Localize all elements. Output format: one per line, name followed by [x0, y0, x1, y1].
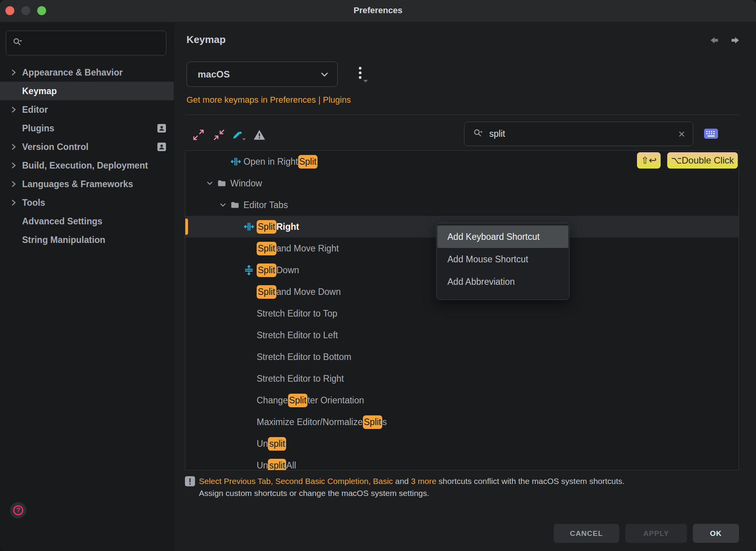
icon-spacer	[243, 286, 257, 297]
icon-spacer	[243, 417, 257, 427]
sidebar-item-languages-frameworks[interactable]: Languages & Frameworks	[0, 175, 174, 193]
icon-spacer	[243, 330, 257, 341]
sidebar-item-tools[interactable]: Tools	[0, 193, 174, 212]
selected-row-accent-bar	[185, 219, 188, 235]
window-title: Preferences	[0, 5, 756, 15]
keyboard-filter-icon[interactable]	[704, 127, 718, 141]
keymap-selector-value: macOS	[198, 69, 230, 80]
action-label-text: Stretch Editor to Top	[257, 308, 337, 319]
search-match-highlight: Split	[257, 263, 276, 277]
search-match-highlight: Split	[298, 155, 318, 169]
action-label-text: All	[286, 460, 296, 471]
back-arrow-icon[interactable]	[708, 34, 721, 46]
expand-all-icon[interactable]	[191, 127, 206, 143]
apply-button[interactable]: APPLY	[625, 524, 687, 543]
chevron-right-icon	[9, 68, 22, 77]
tree-row-change-splitter-orientation[interactable]: Change Splitter Orientation	[185, 389, 739, 411]
search-icon	[12, 36, 23, 50]
sidebar-item-label: Build, Execution, Deployment	[22, 160, 148, 171]
tree-row-stretch-editor-to-top[interactable]: Stretch Editor to Top	[185, 303, 739, 324]
conflict-action-link[interactable]: 3 more	[411, 477, 436, 486]
get-more-keymaps-link[interactable]: Get more keymaps in Preferences | Plugin…	[186, 95, 351, 105]
sidebar-item-advanced-settings[interactable]: Advanced Settings	[0, 212, 174, 231]
sidebar-item-keymap[interactable]: Keymap	[0, 82, 174, 100]
tree-row-stretch-editor-to-right[interactable]: Stretch Editor to Right	[185, 368, 739, 389]
menu-item-add-mouse-shortcut[interactable]: Add Mouse Shortcut	[437, 248, 568, 270]
title-bar: Preferences	[0, 0, 756, 22]
action-label-text: ter Orientation	[307, 395, 364, 406]
sidebar-item-build-execution-deployment[interactable]: Build, Execution, Deployment	[0, 156, 174, 175]
show-conflicts-warning-icon[interactable]	[252, 127, 267, 143]
chevron-down-icon[interactable]	[205, 179, 214, 188]
ok-button[interactable]: OK	[693, 524, 739, 543]
tree-row-stretch-editor-to-left[interactable]: Stretch Editor to Left	[185, 324, 739, 346]
shortcut-tree: ⇧↩⌥Double Click Open in Right SplitWindo…	[185, 150, 739, 470]
action-search-field[interactable]: ×	[464, 122, 693, 146]
chevron-down-icon[interactable]	[219, 200, 227, 210]
action-search-input[interactable]	[489, 129, 677, 139]
icon-spacer	[243, 460, 257, 470]
search-match-highlight: Split	[257, 242, 276, 255]
icon-spacer	[243, 438, 257, 449]
tree-row-open-in-right-split[interactable]: Open in Right Split	[185, 151, 739, 172]
search-match-highlight: Split	[257, 285, 276, 299]
actions-toolbar: ×	[185, 122, 739, 151]
action-label-text: Right	[276, 222, 299, 232]
conflict-warning-line2: Assign custom shortcuts or change the ma…	[199, 489, 756, 498]
clear-search-icon[interactable]: ×	[677, 128, 687, 140]
search-icon	[472, 127, 484, 141]
split-vertical-icon	[243, 221, 257, 232]
help-icon: ?	[13, 505, 23, 515]
keymap-options-kebab-button[interactable]	[353, 63, 371, 86]
menu-item-add-keyboard-shortcut[interactable]: Add Keyboard Shortcut	[437, 226, 568, 248]
tree-row-stretch-editor-to-bottom[interactable]: Stretch Editor to Bottom	[185, 346, 739, 368]
keymap-selector-dropdown[interactable]: macOS	[186, 62, 338, 87]
action-label-text: and Move Right	[276, 243, 339, 254]
tree-folder-window[interactable]: Window	[185, 172, 739, 194]
collapse-all-icon[interactable]	[211, 127, 227, 143]
sidebar-item-list: Appearance & BehaviorKeymapEditorPlugins…	[0, 63, 174, 249]
help-button[interactable]: ?	[10, 502, 26, 518]
action-label-text: Stretch Editor to Right	[257, 374, 344, 384]
icon-spacer	[243, 243, 257, 254]
chevron-right-icon	[9, 143, 22, 151]
conflict-warning-text: shortcuts conflict with the macOS system…	[436, 477, 625, 486]
chevron-right-icon	[9, 198, 22, 207]
tree-folder-label: Window	[230, 178, 262, 189]
sidebar-item-string-manipulation[interactable]: String Manipulation	[0, 231, 174, 249]
sidebar-item-label: Plugins	[22, 123, 54, 134]
split-horizontal-icon	[243, 265, 257, 276]
action-label-text: Maximize Editor/Normalize	[257, 417, 363, 427]
chevron-right-icon	[9, 161, 22, 170]
action-label-text: Stretch Editor to Bottom	[257, 352, 351, 362]
tree-row-maximize-editor-normalize-splits[interactable]: Maximize Editor/Normalize Splits	[185, 411, 739, 433]
tree-row-unsplit[interactable]: Unsplit	[185, 433, 739, 455]
sidebar-item-appearance-behavior[interactable]: Appearance & Behavior	[0, 63, 174, 82]
search-match-highlight: Split	[257, 220, 276, 234]
alert-square-icon	[185, 476, 195, 486]
plugin-update-badge-icon	[157, 124, 166, 133]
conflict-action-link[interactable]: Select Previous Tab, Second Basic Comple…	[199, 477, 393, 486]
search-match-highlight: split	[268, 459, 286, 471]
settings-sidebar: Appearance & BehaviorKeymapEditorPlugins…	[0, 23, 174, 551]
folder-icon	[217, 179, 226, 188]
cancel-button[interactable]: CANCEL	[554, 524, 619, 543]
icon-spacer	[243, 373, 257, 384]
edit-shortcut-icon[interactable]	[231, 127, 247, 143]
sidebar-item-label: Appearance & Behavior	[22, 67, 123, 78]
search-match-highlight: Split	[363, 415, 383, 429]
tree-folder-editor-tabs[interactable]: Editor Tabs	[185, 194, 739, 216]
action-label-text: Un	[257, 439, 268, 449]
tree-row-unsplit-all[interactable]: Unsplit All	[185, 455, 739, 470]
menu-item-add-abbreviation[interactable]: Add Abbreviation	[437, 270, 568, 293]
sidebar-search-field[interactable]	[6, 31, 166, 55]
sidebar-item-plugins[interactable]: Plugins	[0, 119, 174, 138]
sidebar-item-label: String Manipulation	[22, 235, 105, 245]
sidebar-item-label: Keymap	[22, 86, 57, 96]
sidebar-item-version-control[interactable]: Version Control	[0, 138, 174, 156]
sidebar-item-editor[interactable]: Editor	[0, 100, 174, 119]
sidebar-search-input[interactable]	[27, 38, 161, 48]
forward-arrow-icon[interactable]	[728, 34, 741, 46]
conflict-warning: Select Previous Tab, Second Basic Comple…	[185, 475, 756, 498]
sidebar-item-label: Editor	[22, 105, 48, 115]
